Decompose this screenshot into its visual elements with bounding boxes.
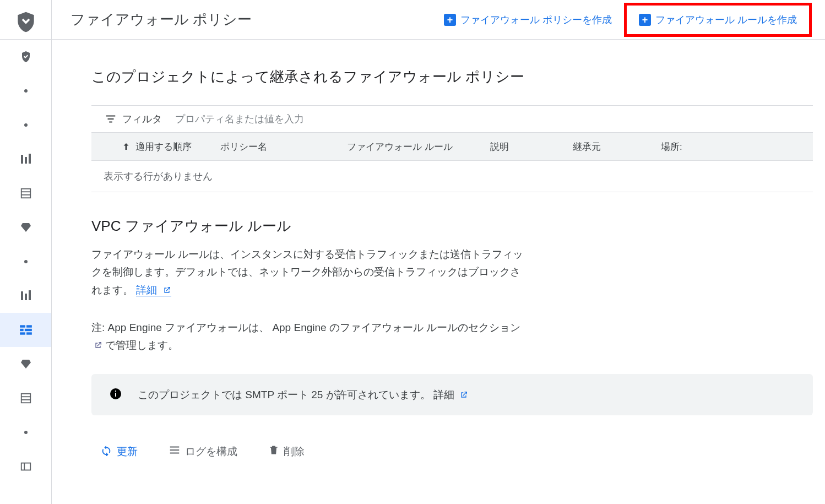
sidebar-dot[interactable] xyxy=(0,108,51,142)
trash-icon xyxy=(268,445,279,458)
action-row: 更新 ログを構成 削除 xyxy=(91,444,825,459)
svg-rect-14 xyxy=(26,332,32,334)
sidebar-item-5[interactable] xyxy=(0,279,51,313)
sidebar-dot[interactable] xyxy=(0,245,51,279)
sidebar-item-8[interactable] xyxy=(0,449,51,484)
filter-label-text: フィルタ xyxy=(122,112,162,126)
inherited-policies-title: このプロジェクトによって継承されるファイアウォール ポリシー xyxy=(91,66,532,88)
badge-icon xyxy=(19,50,32,63)
sidebar-item-2[interactable] xyxy=(0,142,51,176)
column-location[interactable]: 場所: xyxy=(661,140,727,153)
svg-rect-0 xyxy=(21,155,23,164)
sidebar-dot[interactable] xyxy=(0,74,51,108)
column-description[interactable]: 説明 xyxy=(490,140,573,153)
delete-button[interactable]: 削除 xyxy=(268,445,305,459)
table-empty-row: 表示する行がありません xyxy=(91,161,813,192)
plus-icon: + xyxy=(444,14,456,26)
sidebar-item-7[interactable] xyxy=(0,381,51,415)
filter-input[interactable]: プロパティ名または値を入力 xyxy=(175,112,304,126)
bars-icon xyxy=(19,289,32,302)
create-policy-label: ファイアウォール ポリシーを作成 xyxy=(460,13,612,26)
svg-rect-22 xyxy=(115,391,116,392)
page-title: ファイアウォール ポリシー xyxy=(70,10,252,29)
create-policy-button[interactable]: + ファイアウォール ポリシーを作成 xyxy=(432,6,624,34)
refresh-icon xyxy=(100,444,112,459)
sidebar-dot[interactable] xyxy=(0,415,51,449)
svg-rect-12 xyxy=(24,329,31,331)
svg-rect-2 xyxy=(29,154,31,164)
product-logo[interactable] xyxy=(0,4,51,40)
svg-rect-13 xyxy=(20,332,25,334)
svg-rect-15 xyxy=(21,394,30,403)
svg-rect-9 xyxy=(20,325,25,327)
vpc-rules-desc: ファイアウォール ルールは、インスタンスに対する受信トラフィックまたは送信トラフ… xyxy=(91,246,527,300)
create-rule-label: ファイアウォール ルールを作成 xyxy=(655,13,797,26)
table-header: 適用する順序 ポリシー名 ファイアウォール ルール 説明 継承元 場所: xyxy=(91,132,813,161)
sidebar-item-3[interactable] xyxy=(0,176,51,210)
configure-logs-button[interactable]: ログを構成 xyxy=(169,444,237,459)
vpc-rules-title: VPC ファイアウォール ルール xyxy=(91,216,825,236)
svg-rect-11 xyxy=(20,329,24,331)
sidebar-item-4[interactable] xyxy=(0,210,51,245)
sidebar-item-firewall[interactable] xyxy=(0,313,51,347)
plus-icon: + xyxy=(639,14,651,26)
firewall-icon xyxy=(19,323,33,337)
svg-rect-8 xyxy=(29,290,31,300)
topbar: ファイアウォール ポリシー + ファイアウォール ポリシーを作成 + ファイアウ… xyxy=(52,0,825,40)
grid-icon xyxy=(20,392,32,404)
banner-learn-more-link[interactable]: 詳細 xyxy=(433,389,468,400)
external-link-icon xyxy=(162,283,171,300)
highlight-box: + ファイアウォール ルールを作成 xyxy=(624,3,812,37)
external-link-icon xyxy=(459,390,468,402)
bars-icon xyxy=(19,153,32,166)
external-link-icon xyxy=(94,338,102,355)
svg-rect-3 xyxy=(21,189,30,198)
svg-rect-18 xyxy=(21,463,30,470)
filter-bar: フィルタ プロパティ名または値を入力 xyxy=(91,105,813,132)
panel-icon xyxy=(20,460,32,473)
info-banner: このプロジェクトでは SMTP ポート 25 が許可されています。 詳細 xyxy=(91,374,813,415)
diamond-icon xyxy=(19,221,32,234)
shield-icon xyxy=(14,10,38,34)
sidebar-item-1[interactable] xyxy=(0,40,51,74)
svg-rect-10 xyxy=(26,325,32,327)
filter-icon xyxy=(105,113,117,125)
svg-rect-6 xyxy=(21,291,23,300)
app-engine-note: 注: App Engine ファイアウォールは、 App Engine のファイ… xyxy=(91,319,527,356)
learn-more-link[interactable]: 詳細 xyxy=(136,284,171,296)
create-rule-button[interactable]: + ファイアウォール ルールを作成 xyxy=(627,6,809,34)
sidebar xyxy=(0,0,52,504)
svg-rect-7 xyxy=(25,294,27,300)
column-order[interactable]: 適用する順序 xyxy=(121,140,220,153)
svg-rect-21 xyxy=(115,393,116,397)
sort-asc-icon xyxy=(121,142,131,151)
column-policy-name[interactable]: ポリシー名 xyxy=(220,140,347,153)
column-inherited-from[interactable]: 継承元 xyxy=(573,140,661,153)
info-icon xyxy=(109,387,122,402)
svg-rect-1 xyxy=(25,157,27,164)
column-rules[interactable]: ファイアウォール ルール xyxy=(347,140,490,153)
diamond-icon xyxy=(19,357,32,371)
list-icon xyxy=(169,444,181,459)
refresh-button[interactable]: 更新 xyxy=(100,444,138,459)
sidebar-item-6[interactable] xyxy=(0,347,51,381)
grid-icon xyxy=(20,187,32,199)
